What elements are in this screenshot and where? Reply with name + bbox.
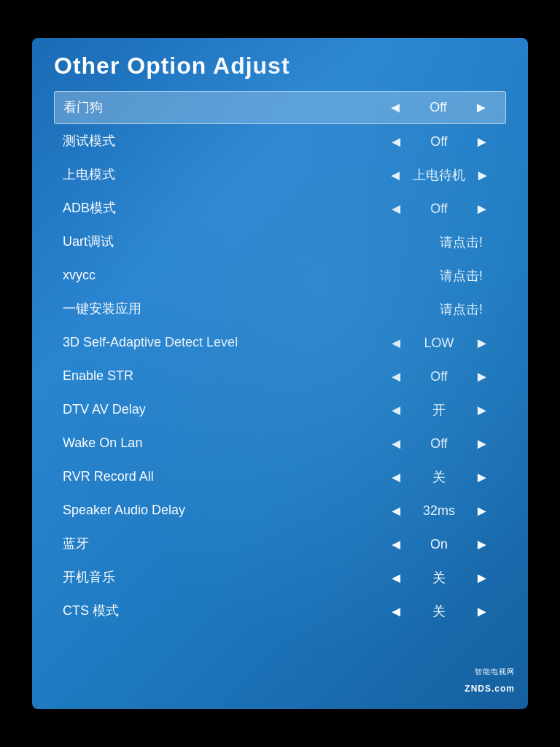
watermark-logo: ZNDS.com bbox=[464, 677, 515, 696]
setting-control-3d-adaptive: ◄LOW► bbox=[381, 333, 497, 353]
left-arrow-rvr-record[interactable]: ◄ bbox=[384, 468, 408, 487]
setting-label-3d-adaptive: 3D Self-Adaptive Detect Level bbox=[63, 334, 381, 351]
right-arrow-speaker-audio[interactable]: ► bbox=[470, 501, 494, 521]
left-arrow-test-mode[interactable]: ◄ bbox=[384, 132, 408, 152]
left-arrow-enable-str[interactable]: ◄ bbox=[384, 367, 408, 387]
right-arrow-watchdog[interactable]: ► bbox=[470, 98, 493, 117]
right-arrow-enable-str[interactable]: ► bbox=[470, 367, 494, 387]
setting-row-watchdog[interactable]: 看门狗◄Off► bbox=[54, 91, 506, 124]
left-arrow-watchdog[interactable]: ◄ bbox=[384, 98, 407, 117]
setting-control-watchdog: ◄Off► bbox=[380, 98, 497, 117]
setting-row-wake-on-lan[interactable]: Wake On Lan◄Off► bbox=[54, 427, 506, 460]
page-title: Other Option Adjust bbox=[54, 53, 506, 80]
setting-label-xvycc: xvycc bbox=[63, 267, 440, 284]
setting-value-adb-mode: Off bbox=[413, 201, 464, 217]
setting-row-boot-music[interactable]: 开机音乐◄关► bbox=[54, 562, 506, 594]
setting-label-speaker-audio: Speaker Audio Delay bbox=[63, 502, 381, 519]
watermark-top-text: 智能电视网 bbox=[475, 667, 515, 677]
setting-control-dtv-av-delay: ◄开► bbox=[381, 400, 497, 420]
settings-screen: Other Option Adjust 看门狗◄Off►测试模式◄Off►上电模… bbox=[32, 38, 528, 709]
setting-value-cts-mode: 关 bbox=[413, 603, 464, 620]
right-arrow-rvr-record[interactable]: ► bbox=[470, 468, 494, 487]
left-arrow-bluetooth[interactable]: ◄ bbox=[384, 535, 408, 554]
setting-control-power-mode: ◄上电待机► bbox=[381, 166, 497, 185]
setting-value-enable-str: Off bbox=[413, 369, 464, 384]
setting-label-adb-mode: ADB模式 bbox=[63, 200, 381, 217]
left-arrow-dtv-av-delay[interactable]: ◄ bbox=[384, 400, 408, 420]
setting-value-wake-on-lan: Off bbox=[413, 436, 464, 452]
setting-row-xvycc[interactable]: xvycc请点击! bbox=[54, 260, 506, 292]
setting-label-test-mode: 测试模式 bbox=[63, 133, 381, 150]
setting-value-speaker-audio: 32ms bbox=[413, 503, 464, 519]
right-arrow-bluetooth[interactable]: ► bbox=[470, 535, 494, 554]
right-arrow-dtv-av-delay[interactable]: ► bbox=[470, 400, 494, 420]
setting-row-power-mode[interactable]: 上电模式◄上电待机► bbox=[54, 159, 506, 191]
setting-row-rvr-record[interactable]: RVR Record All◄关► bbox=[54, 461, 506, 493]
setting-control-test-mode: ◄Off► bbox=[381, 132, 497, 152]
right-arrow-wake-on-lan[interactable]: ► bbox=[470, 434, 494, 454]
setting-label-watchdog: 看门狗 bbox=[63, 99, 380, 116]
setting-label-wake-on-lan: Wake On Lan bbox=[63, 435, 381, 452]
right-arrow-cts-mode[interactable]: ► bbox=[470, 602, 494, 622]
setting-value-watchdog: Off bbox=[413, 100, 464, 115]
right-arrow-adb-mode[interactable]: ► bbox=[470, 199, 494, 219]
watermark-suffix: .com bbox=[491, 684, 515, 694]
setting-label-one-key-install: 一键安装应用 bbox=[63, 301, 440, 317]
setting-value-test-mode: Off bbox=[413, 134, 464, 150]
left-arrow-speaker-audio[interactable]: ◄ bbox=[384, 501, 408, 521]
left-arrow-wake-on-lan[interactable]: ◄ bbox=[384, 434, 408, 454]
setting-control-rvr-record: ◄关► bbox=[381, 468, 497, 487]
setting-value-3d-adaptive: LOW bbox=[413, 336, 464, 351]
setting-control-speaker-audio: ◄32ms► bbox=[381, 501, 497, 521]
setting-row-cts-mode[interactable]: CTS 模式◄关► bbox=[54, 595, 506, 627]
right-arrow-power-mode[interactable]: ► bbox=[471, 166, 494, 185]
click-label-xvycc[interactable]: 请点击! bbox=[440, 267, 497, 285]
setting-label-enable-str: Enable STR bbox=[63, 368, 381, 384]
setting-control-wake-on-lan: ◄Off► bbox=[381, 434, 497, 454]
setting-value-rvr-record: 关 bbox=[413, 468, 464, 486]
watermark-logo-text: ZNDS bbox=[464, 684, 491, 694]
setting-row-speaker-audio[interactable]: Speaker Audio Delay◄32ms► bbox=[54, 495, 506, 527]
setting-label-bluetooth: 蓝牙 bbox=[63, 535, 381, 552]
settings-list: 看门狗◄Off►测试模式◄Off►上电模式◄上电待机►ADB模式◄Off►Uar… bbox=[54, 91, 506, 627]
setting-control-adb-mode: ◄Off► bbox=[381, 199, 497, 219]
setting-label-rvr-record: RVR Record All bbox=[63, 468, 381, 485]
setting-row-one-key-install[interactable]: 一键安装应用请点击! bbox=[54, 293, 506, 325]
setting-row-3d-adaptive[interactable]: 3D Self-Adaptive Detect Level◄LOW► bbox=[54, 327, 506, 359]
left-arrow-3d-adaptive[interactable]: ◄ bbox=[384, 333, 408, 353]
click-label-uart-debug[interactable]: 请点击! bbox=[440, 233, 497, 251]
left-arrow-adb-mode[interactable]: ◄ bbox=[384, 199, 408, 219]
watermark: 智能电视网 ZNDS.com bbox=[464, 667, 515, 696]
setting-label-cts-mode: CTS 模式 bbox=[63, 603, 381, 619]
setting-control-bluetooth: ◄On► bbox=[381, 535, 497, 554]
setting-label-uart-debug: Uart调试 bbox=[63, 233, 440, 250]
setting-control-enable-str: ◄Off► bbox=[381, 367, 497, 387]
setting-value-boot-music: 关 bbox=[413, 569, 464, 587]
setting-row-uart-debug[interactable]: Uart调试请点击! bbox=[54, 226, 506, 258]
setting-row-enable-str[interactable]: Enable STR◄Off► bbox=[54, 360, 506, 392]
setting-value-power-mode: 上电待机 bbox=[413, 166, 465, 184]
right-arrow-3d-adaptive[interactable]: ► bbox=[470, 333, 494, 353]
setting-row-dtv-av-delay[interactable]: DTV AV Delay◄开► bbox=[54, 394, 506, 426]
setting-label-boot-music: 开机音乐 bbox=[63, 569, 381, 586]
setting-control-boot-music: ◄关► bbox=[381, 568, 497, 588]
left-arrow-cts-mode[interactable]: ◄ bbox=[384, 602, 408, 622]
setting-label-power-mode: 上电模式 bbox=[63, 166, 381, 183]
setting-row-test-mode[interactable]: 测试模式◄Off► bbox=[54, 125, 506, 158]
setting-label-dtv-av-delay: DTV AV Delay bbox=[63, 401, 381, 418]
setting-control-cts-mode: ◄关► bbox=[381, 602, 497, 622]
right-arrow-test-mode[interactable]: ► bbox=[470, 132, 494, 152]
setting-value-dtv-av-delay: 开 bbox=[413, 401, 464, 419]
click-label-one-key-install[interactable]: 请点击! bbox=[440, 301, 497, 318]
left-arrow-power-mode[interactable]: ◄ bbox=[384, 166, 407, 185]
setting-value-bluetooth: On bbox=[413, 537, 464, 552]
right-arrow-boot-music[interactable]: ► bbox=[470, 568, 494, 588]
setting-row-bluetooth[interactable]: 蓝牙◄On► bbox=[54, 528, 506, 560]
setting-row-adb-mode[interactable]: ADB模式◄Off► bbox=[54, 193, 506, 225]
left-arrow-boot-music[interactable]: ◄ bbox=[384, 568, 408, 588]
